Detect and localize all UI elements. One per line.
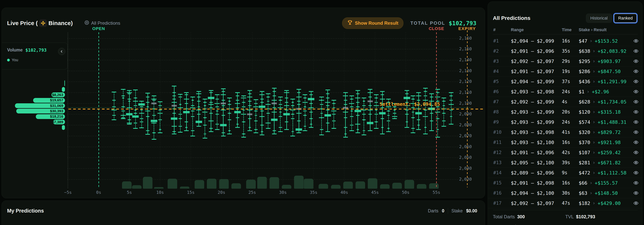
row-rank: #10 xyxy=(493,130,511,135)
price-gridline xyxy=(68,147,472,147)
view-on-chart-eye-button[interactable] xyxy=(630,49,638,54)
time-volume-bar xyxy=(331,185,340,189)
prediction-row[interactable]: #10$2,093 — $2,09841s$320›+$829.72 xyxy=(488,127,642,137)
dart-tick xyxy=(242,102,246,103)
dart-tick xyxy=(326,123,330,123)
view-on-chart-eye-button[interactable] xyxy=(630,79,638,84)
binance-icon xyxy=(39,19,47,27)
prediction-row[interactable]: #14$2,089 — $2,0969s$472›+$1,112.58 xyxy=(488,168,642,178)
dart-tick xyxy=(291,105,294,106)
prediction-row[interactable]: #2$2,091 — $2,09635s$638›+$2,083.92 xyxy=(488,46,642,56)
prediction-row[interactable]: #11$2,093 — $2,10016s$370›+$921.98 xyxy=(488,137,642,148)
view-on-chart-eye-button[interactable] xyxy=(630,99,638,104)
other-player-tick xyxy=(172,105,177,107)
trophy-icon xyxy=(347,20,353,26)
row-range: $2,093 — $2,098 xyxy=(511,130,562,135)
dart-tick xyxy=(266,123,271,123)
row-time: 35s xyxy=(562,48,579,54)
dart-tick xyxy=(297,121,300,121)
dart-tick xyxy=(191,111,194,111)
view-on-chart-eye-button[interactable] xyxy=(630,180,638,185)
dart-tick xyxy=(326,98,330,98)
prediction-row[interactable]: #8$2,093 — $2,09920s$120›+$315.18 xyxy=(488,107,642,117)
ranked-tab[interactable]: Ranked xyxy=(614,13,637,23)
dart-tick xyxy=(214,103,220,104)
dart-stack-cap xyxy=(248,90,252,91)
dart-stack-cap xyxy=(326,90,330,90)
prediction-row[interactable]: #6$2,093 — $2,09824s$1›+$2.96 xyxy=(488,87,642,97)
dart-stack-line xyxy=(418,93,419,130)
time-volume-bar xyxy=(122,181,132,189)
dart-tick xyxy=(284,92,289,93)
table-header: # Range Time Stake › Result xyxy=(488,26,642,34)
prediction-row[interactable]: #15$2,091 — $2,09816s$66›+$155.57 xyxy=(488,178,642,188)
dart-stack-cap xyxy=(416,129,421,130)
dart-stack-cap xyxy=(112,119,116,120)
all-predictions-toggle[interactable]: All Predictions xyxy=(84,20,120,26)
dart-tick xyxy=(184,99,189,99)
dart-tick xyxy=(404,97,410,99)
row-result: +$671.82 xyxy=(598,160,621,166)
row-result: +$148.50 xyxy=(595,190,618,196)
view-on-chart-eye-button[interactable] xyxy=(630,201,638,206)
dart-tick xyxy=(304,106,306,107)
prediction-row[interactable]: #13$2,095 — $2,10039s$281›+$671.82 xyxy=(488,158,642,168)
volume-profile-bar: $31,069 xyxy=(15,103,65,108)
dart-tick xyxy=(145,111,150,111)
view-on-chart-eye-button[interactable] xyxy=(630,191,638,196)
dart-tick xyxy=(228,130,231,131)
dart-tick xyxy=(235,103,240,104)
view-on-chart-eye-button[interactable] xyxy=(630,69,638,74)
prediction-row[interactable]: #9$2,093 — $2,09924s$574›+$1,488.31 xyxy=(488,117,642,127)
dart-tick xyxy=(320,129,323,130)
historical-tab[interactable]: Historical xyxy=(586,13,612,23)
dart-stack-cap xyxy=(380,91,385,92)
dart-tick xyxy=(285,102,288,103)
prediction-row[interactable]: #3$2,092 — $2,09729s$295›+$903.97 xyxy=(488,56,642,66)
prediction-row[interactable]: #16$2,094 — $2,10030s$63›+$148.50 xyxy=(488,188,642,198)
row-range: $2,093 — $2,098 xyxy=(511,89,562,94)
dart-tick xyxy=(442,121,446,121)
arrow-icon: › xyxy=(587,89,590,94)
view-on-chart-eye-button[interactable] xyxy=(630,120,638,125)
dart-tick xyxy=(442,113,446,114)
view-on-chart-eye-button[interactable] xyxy=(630,109,638,114)
dart-stack-cap xyxy=(121,89,126,90)
prediction-row[interactable]: #1$2,094 — $2,09916s$47›+$153.52 xyxy=(488,36,642,46)
dart-stack-cap xyxy=(350,130,354,131)
show-round-result-button[interactable]: Show Round Result xyxy=(342,17,404,29)
row-result: +$903.97 xyxy=(598,58,621,64)
time-volume-bar xyxy=(282,185,291,189)
dart-tick xyxy=(375,110,377,110)
view-on-chart-eye-button[interactable] xyxy=(630,130,638,135)
volume-profile-label: $30,393 xyxy=(50,109,65,113)
price-chart[interactable]: 2,1602,1502,1402,1302,1202,1102,1002,090… xyxy=(2,8,485,198)
view-on-chart-eye-button[interactable] xyxy=(630,160,638,165)
view-on-chart-eye-button[interactable] xyxy=(630,59,638,64)
view-on-chart-eye-button[interactable] xyxy=(630,140,638,145)
col-stake-result: Stake › Result xyxy=(579,27,630,32)
dart-tick xyxy=(405,114,408,115)
dart-tick xyxy=(368,110,373,110)
collapse-chevron-button[interactable] xyxy=(58,48,65,55)
view-on-chart-eye-button[interactable] xyxy=(630,170,638,175)
prediction-row[interactable]: #17$2,092 — $2,09747s$182›+$429.00 xyxy=(488,198,642,208)
row-stake-result: $1›+$2.96 xyxy=(579,89,630,94)
dart-tick xyxy=(146,116,150,117)
prediction-row[interactable]: #5$2,094 — $2,09937s$436›+$1,291.99 xyxy=(488,76,642,87)
view-on-chart-eye-button[interactable] xyxy=(630,38,638,43)
dart-tick xyxy=(406,122,408,122)
dart-tick xyxy=(380,99,385,99)
dart-tick xyxy=(430,97,433,97)
darts-value: 0 xyxy=(442,208,444,214)
dart-stack-line xyxy=(444,98,444,126)
prediction-row[interactable]: #7$2,092 — $2,0994s$628›+$1,734.05 xyxy=(488,97,642,107)
view-on-chart-eye-button[interactable] xyxy=(630,150,638,155)
volume-card: Volume $102,793 You xyxy=(2,43,68,69)
view-on-chart-eye-button[interactable] xyxy=(630,89,638,94)
dart-stack-cap xyxy=(296,132,301,133)
dart-tick xyxy=(291,114,294,115)
prediction-row[interactable]: #12$2,091 — $2,09642s$107›+$259.42 xyxy=(488,148,642,158)
dart-tick xyxy=(279,112,282,112)
prediction-row[interactable]: #4$2,091 — $2,09719s$286›+$847.50 xyxy=(488,66,642,76)
